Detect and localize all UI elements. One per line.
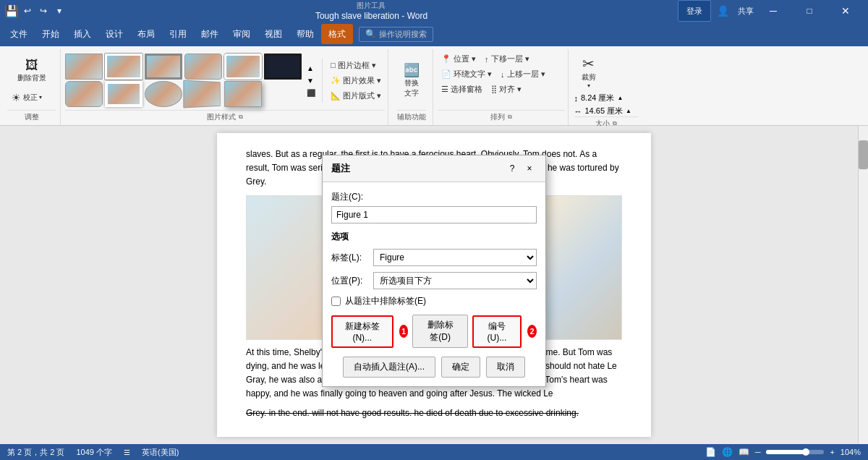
menu-help[interactable]: 帮助 [289,24,321,44]
menu-file[interactable]: 文件 [3,24,35,44]
search-icon: 🔍 [365,29,376,39]
redo-icon[interactable]: ↪ [38,5,49,17]
new-label-button[interactable]: 新建标签(N)... [331,315,393,348]
minimize-button[interactable]: ─ [757,0,790,22]
picture-effect-button[interactable]: ✨ 图片效果 ▾ [327,74,385,88]
ribbon-group-adjust: 🖼 删除背景 ☀ 校正 ▾ 调整 [3,49,61,125]
badge-2: 2 [527,325,537,338]
exclude-label-checkbox[interactable] [331,297,341,306]
wrap-text-button[interactable]: 📄 环绕文字 ▾ [438,67,495,81]
picture-border-button[interactable]: □ 图片边框 ▾ [327,59,385,72]
send-backward-button[interactable]: ↓ 上移一层 ▾ [497,67,549,81]
img-style-9[interactable] [145,81,182,107]
style-scroll-up[interactable]: ▲ [305,63,317,74]
picture-border-icon: □ [331,61,336,69]
img-style-11[interactable] [224,81,262,107]
restore-button[interactable]: □ [793,0,826,22]
width-value: 14.65 厘米 [585,106,624,116]
img-style-7[interactable] [65,81,103,107]
crop-button[interactable]: ✂ 裁剪 ▾ [574,54,603,90]
crop-button-area[interactable]: ✂ 裁剪 ▾ [574,54,638,90]
menu-insert[interactable]: 插入 [67,24,98,44]
view-read-icon[interactable]: 📖 [739,447,749,457]
search-bar[interactable]: 🔍 操作说明搜索 [359,27,433,42]
label-buttons-row: 新建标签(N)... 1 删除标签(D) 编号(U)... 2 [331,315,537,348]
zoom-slider[interactable] [766,450,824,454]
img-tools-label: 图片工具 [357,1,386,11]
img-style-10[interactable] [183,80,221,108]
undo-icon[interactable]: ↩ [22,5,33,17]
img-style-6[interactable] [264,54,302,80]
bring-forward-button[interactable]: ↑ 下移一层 ▾ [481,52,533,66]
img-style-3[interactable] [145,54,182,80]
style-scroll-down[interactable]: ▼ [305,75,317,86]
caption-input[interactable] [331,206,537,223]
menu-mailings[interactable]: 邮件 [194,24,226,44]
language: 英语(美国) [142,447,179,458]
cancel-button[interactable]: 取消 [486,357,525,378]
align-button[interactable]: ⣿ 对齐 ▾ [488,82,525,96]
img-style-8[interactable] [105,81,142,107]
img-style-2[interactable] [105,54,142,80]
img-style-4[interactable] [184,54,222,80]
position-select[interactable]: 所选项目下方 [373,272,537,289]
user-icon: 👤 [717,5,729,17]
badge-1: 1 [399,325,409,338]
picture-format-icon: 📐 [331,91,341,101]
close-button[interactable]: ✕ [829,0,862,22]
height-icon: ↕ [574,94,579,103]
style-more[interactable]: ⬛ [305,88,317,98]
corrections-button[interactable]: ☀ 校正 ▾ [7,89,56,106]
ok-button[interactable]: 确定 [441,357,480,378]
img-styles-group-label: 图片样式 ⧉ [65,110,385,124]
width-icon: ↔ [574,107,582,116]
height-spin-up[interactable]: ▲ [617,95,623,101]
wrap-text-icon: 📄 [441,69,451,79]
ribbon-group-img-styles: ▲ ▼ ⬛ □ 图片边框 ▾ ✨ 图片效果 ▾ 📐 图片版式 [62,49,388,125]
title-bar: 💾 ↩ ↪ ▾ 图片工具 Tough slave liberation - Wo… [0,0,868,22]
menu-design[interactable]: 设计 [98,24,130,44]
view-web-icon[interactable]: 🌐 [722,447,733,457]
menu-review[interactable]: 审阅 [226,24,258,44]
customize-icon[interactable]: ▾ [54,5,65,17]
auto-insert-button[interactable]: 自动插入题注(A)... [343,357,435,378]
corrections-arrow: ▾ [39,94,42,101]
ribbon-group-arrange: 📍 位置 ▾ ↑ 下移一层 ▾ 📄 环绕文字 ▾ ↓ [435,49,569,125]
position-icon: 📍 [441,54,451,64]
dialog-help-button[interactable]: ? [505,161,519,176]
zoom-slider-thumb[interactable] [802,448,809,456]
remove-background-button[interactable]: 🖼 删除背景 [7,55,56,86]
img-styles-expand-icon[interactable]: ⧉ [239,114,243,121]
ribbon-group-size: ✂ 裁剪 ▾ ↕ 8.24 厘米 ▲ ↔ 14.65 厘米 ▲ 大小 ⧉ [570,49,642,125]
exclude-label-row: 从题注中排除标签(E) [331,295,537,307]
share-btn[interactable]: 共享 [738,6,754,17]
menu-format[interactable]: 格式 [321,24,353,44]
replace-text-button[interactable]: 🔤 替换文字 [397,59,426,101]
dialog-title: 题注 [331,162,350,175]
position-button[interactable]: 📍 位置 ▾ [438,52,480,66]
menu-home[interactable]: 开始 [35,24,67,44]
arrange-expand-icon[interactable]: ⧉ [508,114,512,121]
login-button[interactable]: 登录 [678,0,711,22]
menu-view[interactable]: 视图 [258,24,289,44]
width-spin-up[interactable]: ▲ [626,108,631,114]
picture-format-button[interactable]: 📐 图片版式 ▾ [327,89,385,103]
title-bar-right: 登录 👤 共享 ─ □ ✕ [678,0,862,22]
select-pane-button[interactable]: ☰ 选择窗格 [438,82,486,96]
img-style-1[interactable] [65,54,103,80]
content-area: slaves. But as a regular, the first is t… [0,126,868,444]
zoom-out-button[interactable]: ─ [755,448,761,456]
select-pane-icon: ☰ [441,85,448,94]
crop-icon: ✂ [582,55,595,72]
menu-references[interactable]: 引用 [162,24,194,44]
status-bar-left: 第 2 页，共 2 页 1049 个字 ☰ 英语(美国) [7,447,179,458]
menu-layout[interactable]: 布局 [130,24,162,44]
zoom-in-button[interactable]: + [830,448,834,456]
view-print-icon[interactable]: 📄 [705,447,716,457]
delete-label-button[interactable]: 删除标签(D) [412,315,467,348]
tag-select[interactable]: Figure [373,249,537,266]
dialog-close-button[interactable]: × [522,161,537,176]
numbering-button[interactable]: 编号(U)... [472,315,522,348]
img-style-5[interactable] [224,54,262,80]
position-label: 位置(P): [331,275,367,287]
